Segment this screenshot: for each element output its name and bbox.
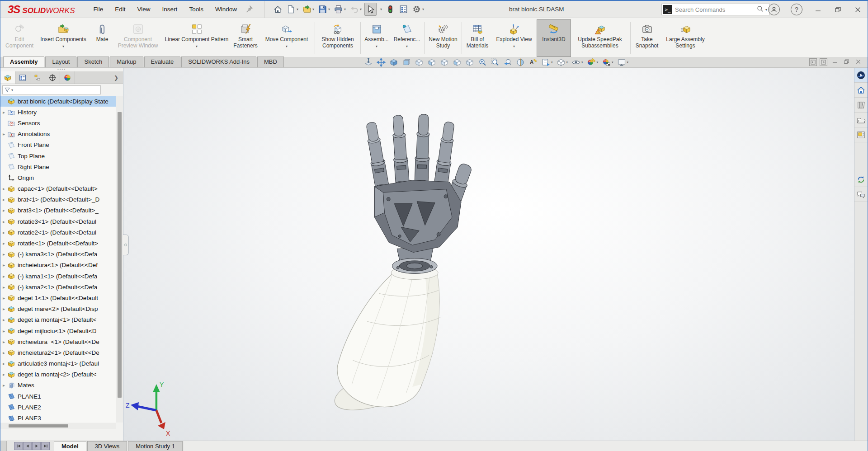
panel-splitter[interactable]: •••• — [0, 68, 123, 71]
splitter-box[interactable] — [0, 441, 7, 451]
tree-filter-input[interactable]: ▾ — [2, 85, 101, 94]
collapse-right-pane-button[interactable] — [820, 58, 827, 66]
comments-button[interactable] — [854, 187, 868, 202]
view-left-button[interactable] — [426, 57, 438, 67]
view-orientation-button[interactable]: ▾ — [540, 57, 554, 67]
first-study-button[interactable] — [14, 442, 23, 450]
take-snapshot-button[interactable]: Take Snapshot — [632, 19, 662, 57]
tree-item[interactable]: ▸ brat<1> (Default<<Default>_D — [0, 194, 116, 205]
tree-item[interactable]: ▸ capac<1> (Default<<Default> — [0, 183, 116, 194]
tree-item[interactable]: ▸ History — [0, 107, 116, 117]
3dexperience-button[interactable] — [854, 68, 868, 83]
view-front-button[interactable] — [401, 57, 412, 67]
bottom-tab-3d-views[interactable]: 3D Views — [87, 441, 127, 451]
tree-item[interactable]: ▸ deget 1<1> (Default<<Default — [0, 292, 116, 303]
menu-edit[interactable]: Edit — [109, 3, 131, 15]
appearances-scenes-button[interactable] — [854, 142, 868, 157]
view-top-button[interactable] — [451, 57, 463, 67]
menu-view[interactable]: View — [132, 3, 156, 15]
tree-item-root[interactable]: ▸ brat bionic (Default<Display State — [0, 96, 116, 107]
last-study-button[interactable] — [41, 442, 50, 450]
search-input[interactable] — [675, 6, 755, 13]
tree-item[interactable]: ▸ (-) kama2<1> (Default<<Defa — [0, 282, 116, 292]
tab-mbd[interactable]: MBD — [257, 56, 284, 67]
filter-caret[interactable]: ▾ — [11, 88, 13, 92]
minimize-button[interactable] — [808, 1, 828, 18]
file-explorer-button[interactable] — [854, 113, 868, 127]
section-view-button[interactable] — [514, 57, 526, 67]
tree-item[interactable]: ▸ articulatie3 montaj<1> (Defaul — [0, 358, 116, 369]
help-icon[interactable]: ? — [791, 4, 802, 15]
tree-item[interactable]: ▸ PLANE3 — [0, 413, 116, 423]
tree-item[interactable]: ▸ Annotations — [0, 129, 116, 140]
tab-markup[interactable]: Markup — [110, 56, 143, 67]
bill-of-materials-button[interactable]: Bill of Materials — [463, 19, 491, 57]
tree-item[interactable]: ▸ (-) kama3<1> (Default<<Defa — [0, 249, 116, 260]
reference-geometry-button[interactable]: Referenc...▾ — [391, 19, 423, 57]
propertymanager-tab[interactable] — [15, 71, 30, 84]
tree-item[interactable]: ▸ deget ia montaj<1> (Default< — [0, 315, 116, 325]
tree-item[interactable]: ▸ Front Plane — [0, 140, 116, 150]
tree-vscroll-thumb[interactable] — [118, 112, 122, 398]
pan-button[interactable] — [375, 57, 387, 67]
zoom-in-out-button[interactable] — [489, 57, 501, 67]
display-style-button[interactable]: ▾ — [555, 57, 570, 67]
view-right-button[interactable] — [439, 57, 450, 67]
tree-item[interactable]: ▸ deget mare<2> (Default<Disp — [0, 304, 116, 315]
tree-item[interactable]: ▸ deget ia montaj<2> (Default< — [0, 369, 116, 380]
tree-item[interactable]: ▸ PLANE2 — [0, 402, 116, 413]
home-button[interactable] — [854, 83, 868, 98]
tree-hscroll-thumb[interactable] — [9, 424, 68, 428]
apply-scene-button[interactable]: ▾ — [600, 57, 615, 67]
bionic-arm-model[interactable]: Y Z X — [123, 68, 854, 441]
configurationmanager-tab[interactable] — [30, 71, 45, 84]
bottom-tab-motion-study-1[interactable]: Motion Study 1 — [128, 441, 183, 451]
menu-window[interactable]: Window — [209, 3, 243, 15]
close-button[interactable] — [848, 1, 868, 18]
print-button[interactable]: ▾ — [333, 3, 347, 15]
tree-item[interactable]: ▸ Sensors — [0, 117, 116, 128]
file-properties-button[interactable] — [398, 3, 409, 15]
pin-menu-icon[interactable] — [245, 5, 254, 14]
tree-item[interactable]: ▸ Origin — [0, 172, 116, 183]
panel-collapse-handle[interactable] — [123, 235, 129, 255]
zoom-to-area-button[interactable] — [476, 57, 488, 67]
next-study-button[interactable] — [32, 442, 41, 450]
account-icon[interactable] — [768, 4, 780, 15]
custom-properties-button[interactable] — [854, 157, 868, 172]
view-palette-button[interactable] — [854, 127, 868, 142]
show-hidden-components-button[interactable]: Show Hidden Components — [316, 19, 359, 57]
tree-item[interactable]: ▸ incheietura<1> (Default<<Def — [0, 260, 116, 271]
tree-item[interactable]: ▸ brat3<1> (Default<<Default>_ — [0, 205, 116, 216]
bottom-tab-model[interactable]: Model — [54, 441, 86, 451]
home-button[interactable] — [272, 3, 283, 15]
select-tool-button[interactable] — [364, 3, 377, 16]
options-button[interactable]: ▾ — [411, 3, 425, 15]
graphics-area[interactable]: Y Z X — [123, 68, 854, 441]
assembly-features-button[interactable]: Assemb...▾ — [362, 19, 391, 57]
view-settings-button[interactable]: ▾ — [616, 57, 630, 67]
tree-item[interactable]: ▸ PLANE1 — [0, 391, 116, 402]
save-button[interactable]: ▾ — [317, 3, 331, 15]
open-button[interactable]: ▾ — [301, 3, 315, 15]
tab-solidworks-add-ins[interactable]: SOLIDWORKS Add-Ins — [181, 56, 256, 67]
tree-horizontal-scrollbar[interactable] — [0, 423, 116, 429]
tab-layout[interactable]: Layout — [45, 56, 76, 67]
doc-minimize-button[interactable] — [829, 58, 840, 66]
tree-item[interactable]: ▸ Mates — [0, 380, 116, 391]
doc-close-button[interactable] — [852, 58, 864, 66]
zoom-to-fit-button[interactable] — [363, 57, 374, 67]
tab-evaluate[interactable]: Evaluate — [144, 56, 181, 67]
search-box[interactable]: >_ ▾ — [661, 4, 770, 15]
tree-item[interactable]: ▸ Top Plane — [0, 150, 116, 161]
mate-button[interactable]: Mate — [91, 19, 113, 57]
previous-view-button[interactable] — [502, 57, 514, 67]
menu-tools[interactable]: Tools — [183, 3, 209, 15]
instant3d-button[interactable]: Instant3D — [537, 19, 571, 57]
solidworks-resources-button[interactable] — [854, 172, 868, 187]
view-isometric-button[interactable] — [388, 57, 400, 67]
tree-item[interactable]: ▸ rotatie3<1> (Default<<Defaul — [0, 216, 116, 227]
design-library-button[interactable] — [854, 98, 868, 113]
large-assembly-settings-button[interactable]: Large Assembly Settings — [662, 19, 709, 57]
linear-component-pattern-button[interactable]: Linear Component Pattern▾ — [162, 19, 231, 57]
